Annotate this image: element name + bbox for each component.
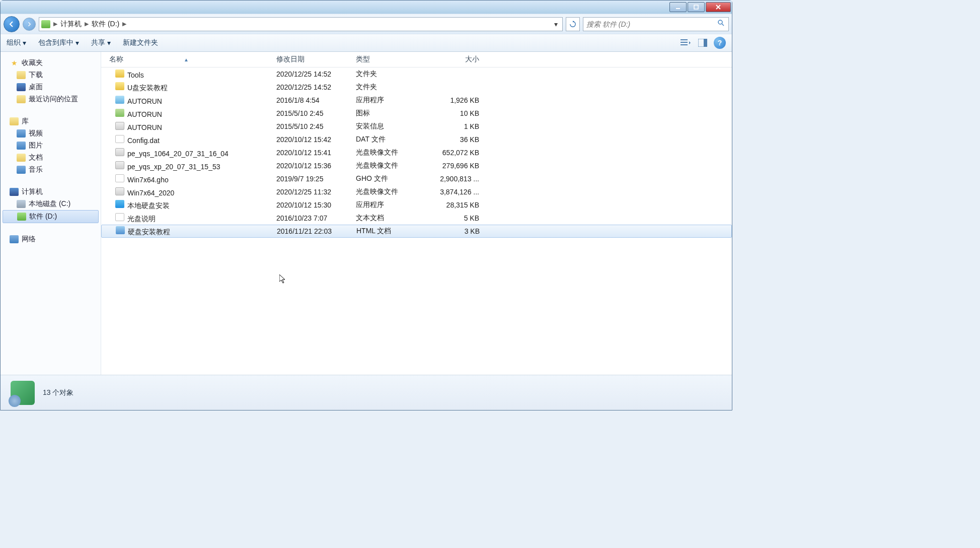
sidebar-item-documents[interactable]: 文档: [1, 152, 101, 164]
view-mode-button[interactable]: [680, 37, 692, 49]
picture-icon: [17, 142, 26, 150]
refresh-button[interactable]: [566, 17, 580, 31]
breadcrumb-item-computer[interactable]: 计算机: [58, 20, 84, 29]
help-button[interactable]: ?: [714, 37, 726, 49]
search-icon[interactable]: [717, 19, 725, 29]
preview-pane-button[interactable]: [697, 37, 709, 49]
sidebar-item-drive-d[interactable]: 软件 (D:): [3, 210, 99, 223]
file-date: 2016/1/8 4:54: [276, 96, 356, 104]
file-date: 2015/5/10 2:45: [276, 109, 356, 117]
file-row[interactable]: Win7x64_20202020/12/25 11:32光盘映像文件3,874,…: [101, 185, 732, 198]
status-bar: 13 个对象: [1, 375, 732, 410]
library-icon: [10, 117, 19, 125]
back-button[interactable]: [4, 16, 20, 32]
file-icon: [115, 122, 124, 130]
file-date: 2020/12/25 14:52: [276, 83, 356, 91]
file-icon: [115, 70, 124, 78]
share-button[interactable]: 共享 ▾: [91, 38, 111, 47]
sidebar-item-pictures[interactable]: 图片: [1, 140, 101, 152]
column-header-type[interactable]: 类型: [356, 55, 435, 64]
column-header-size[interactable]: 大小: [435, 55, 485, 64]
drive-icon: [17, 200, 26, 208]
file-type: 光盘映像文件: [356, 161, 435, 170]
file-row[interactable]: Tools2020/12/25 14:52文件夹: [101, 67, 732, 81]
file-row[interactable]: pe_yqs_1064_20_07_31_16_042020/10/12 15:…: [101, 146, 732, 159]
breadcrumb-separator-icon: ▶: [84, 21, 90, 27]
navigation-sidebar: ★收藏夹 下载 桌面 最近访问的位置 库 视频 图片 文档 音乐 计算机 本地磁…: [1, 52, 101, 375]
file-name: AUTORUN: [127, 97, 162, 105]
column-header-date[interactable]: 修改日期: [276, 55, 356, 64]
chevron-down-icon: ▾: [23, 39, 26, 47]
sidebar-item-recent[interactable]: 最近访问的位置: [1, 93, 101, 105]
file-row[interactable]: 本地硬盘安装2020/10/12 15:30应用程序28,315 KB: [101, 198, 732, 212]
network-icon: [10, 235, 19, 243]
file-row[interactable]: pe_yqs_xp_20_07_31_15_532020/10/12 15:36…: [101, 159, 732, 172]
file-size: 279,696 KB: [435, 162, 485, 170]
sidebar-item-desktop[interactable]: 桌面: [1, 81, 101, 93]
forward-button[interactable]: [23, 18, 36, 31]
sidebar-favorites-header[interactable]: ★收藏夹: [1, 57, 101, 69]
breadcrumb-dropdown-icon[interactable]: ▾: [551, 20, 560, 28]
file-row[interactable]: Win7x64.gho2019/9/7 19:25GHO 文件2,900,813…: [101, 172, 732, 185]
toolbar: 组织 ▾ 包含到库中 ▾ 共享 ▾ 新建文件夹 ?: [1, 34, 732, 52]
minimize-button[interactable]: [669, 2, 687, 12]
sidebar-libraries-header[interactable]: 库: [1, 115, 101, 127]
sidebar-network-header[interactable]: 网络: [1, 233, 101, 245]
file-icon: [116, 226, 125, 234]
include-library-button[interactable]: 包含到库中 ▾: [38, 38, 79, 47]
organize-button[interactable]: 组织 ▾: [7, 38, 26, 47]
close-button[interactable]: [706, 2, 731, 12]
breadcrumb-item-drive[interactable]: 软件 (D:): [90, 20, 121, 29]
file-icon: [115, 109, 124, 117]
breadcrumb[interactable]: ▶ 计算机 ▶ 软件 (D:) ▶ ▾: [39, 17, 563, 31]
file-row[interactable]: Config.dat2020/10/12 15:42DAT 文件36 KB: [101, 133, 732, 146]
file-type: 图标: [356, 109, 435, 118]
file-row[interactable]: AUTORUN2015/5/10 2:45图标10 KB: [101, 107, 732, 120]
sidebar-item-music[interactable]: 音乐: [1, 164, 101, 176]
file-date: 2020/10/12 15:30: [276, 201, 356, 209]
file-icon: [115, 161, 124, 169]
file-size: 652,072 KB: [435, 149, 485, 157]
sidebar-item-downloads[interactable]: 下载: [1, 69, 101, 81]
file-date: 2016/10/23 7:07: [276, 214, 356, 222]
file-row[interactable]: AUTORUN2015/5/10 2:45安装信息1 KB: [101, 120, 732, 133]
file-type: GHO 文件: [356, 174, 435, 183]
file-type: 应用程序: [356, 96, 435, 105]
sidebar-item-videos[interactable]: 视频: [1, 127, 101, 140]
chevron-down-icon: ▾: [107, 39, 111, 47]
file-row[interactable]: 光盘说明2016/10/23 7:07文本文档5 KB: [101, 212, 732, 225]
file-name: pe_yqs_xp_20_07_31_15_53: [127, 163, 220, 171]
file-row[interactable]: U盘安装教程2020/12/25 14:52文件夹: [101, 81, 732, 94]
computer-icon: [10, 188, 19, 196]
file-type: 文件夹: [356, 70, 435, 79]
drive-large-icon: [11, 381, 35, 405]
file-date: 2020/10/12 15:42: [276, 135, 356, 144]
address-bar: ▶ 计算机 ▶ 软件 (D:) ▶ ▾: [1, 14, 732, 34]
video-icon: [17, 129, 26, 138]
column-header-name[interactable]: 名称▲: [101, 55, 276, 64]
file-name: Config.dat: [127, 136, 160, 145]
file-size: 5 KB: [435, 214, 485, 222]
file-date: 2015/5/10 2:45: [276, 122, 356, 130]
search-input[interactable]: [586, 20, 717, 28]
sidebar-item-drive-c[interactable]: 本地磁盘 (C:): [1, 198, 101, 210]
file-size: 3 KB: [435, 227, 486, 235]
file-name: pe_yqs_1064_20_07_31_16_04: [127, 150, 229, 158]
file-type: 文件夹: [356, 83, 435, 92]
file-size: 10 KB: [435, 109, 485, 117]
new-folder-button[interactable]: 新建文件夹: [123, 38, 158, 47]
svg-rect-3: [681, 39, 688, 40]
maximize-button[interactable]: [688, 2, 705, 12]
status-text: 13 个对象: [43, 388, 73, 397]
sidebar-computer-header[interactable]: 计算机: [1, 186, 101, 198]
file-row[interactable]: AUTORUN2016/1/8 4:54应用程序1,926 KB: [101, 94, 732, 107]
file-name: 光盘说明: [127, 215, 156, 223]
file-type: DAT 文件: [356, 135, 435, 144]
svg-rect-4: [681, 42, 688, 43]
svg-rect-5: [681, 44, 688, 45]
file-name: 硬盘安装教程: [128, 228, 170, 236]
recent-icon: [17, 95, 26, 103]
breadcrumb-separator-icon: ▶: [52, 21, 58, 27]
search-box[interactable]: [583, 17, 729, 31]
file-row[interactable]: 硬盘安装教程2016/11/21 22:03HTML 文档3 KB: [101, 225, 732, 238]
